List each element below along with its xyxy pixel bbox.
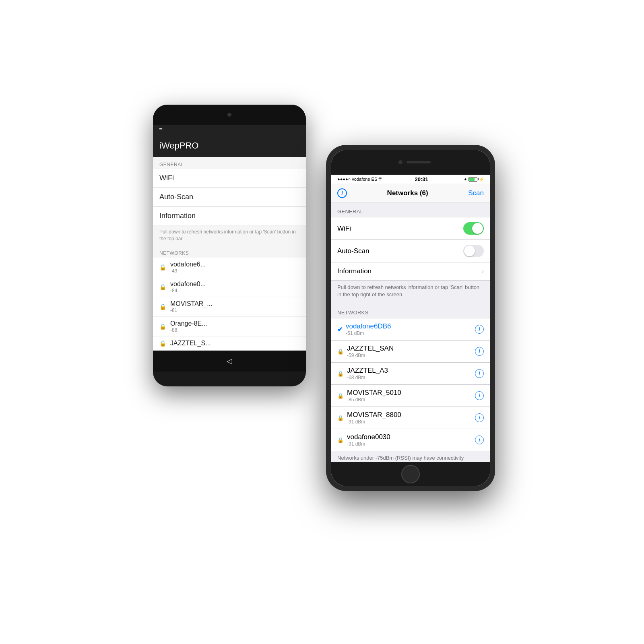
ios-network-row-0[interactable]: ✔ vodafone6DB6 -51 dBm i	[331, 318, 490, 341]
ios-carrier: ●●●●○ vodafone ES 〒	[337, 176, 383, 182]
ios-network-details-5: vodafone0030 -91 dBm	[347, 433, 475, 447]
ios-network-info-btn-1[interactable]: i	[475, 347, 484, 356]
android-network-item-3[interactable]: 🔒 MOVISTAR_... -81	[153, 297, 306, 317]
android-wifi-label: WiFi	[159, 174, 174, 182]
ios-network-row-5[interactable]: 🔒 vodafone0030 -91 dBm i	[331, 429, 490, 451]
ios-lock-icon-5: 🔒	[337, 437, 344, 443]
android-hint: Pull down to refresh networks informatio…	[153, 225, 306, 246]
ios-wifi-label: WiFi	[337, 225, 351, 233]
ios-network-signal-3: -85 dBm	[347, 397, 475, 402]
android-app-title: iWepPRO	[159, 140, 198, 151]
ios-network-details-0: vodafone6DB6 -51 dBm	[346, 322, 475, 336]
ios-network-row-2[interactable]: 🔒 JAZZTEL_A3 -68 dBm i	[331, 363, 490, 385]
android-information-item[interactable]: Information	[153, 207, 306, 225]
ios-network-row-3[interactable]: 🔒 MOVISTAR_5010 -85 dBm i	[331, 385, 490, 407]
ios-arrow-icon: ↑	[460, 177, 462, 182]
ios-phone: ●●●●○ vodafone ES 〒 20:31 ↑ ✦ ⚡ i Networ…	[326, 145, 495, 491]
ios-time: 20:31	[415, 176, 428, 182]
ios-autoscan-row[interactable]: Auto-Scan	[331, 240, 490, 262]
ios-network-row-1[interactable]: 🔒 JAZZTEL_SAN -59 dBm i	[331, 341, 490, 363]
ios-footer-note: Networks under -75dBm (RSSI) may have co…	[331, 451, 490, 462]
android-status-bar: ☰	[153, 125, 306, 134]
ios-network-signal-4: -91 dBm	[347, 419, 475, 425]
android-network-name-2: vodafone0...	[170, 281, 206, 288]
android-network-signal-2: -84	[170, 288, 206, 293]
android-autoscan-item[interactable]: Auto-Scan	[153, 188, 306, 206]
ios-network-info-btn-5[interactable]: i	[475, 436, 484, 444]
ios-general-header: GENERAL	[331, 203, 490, 217]
ios-information-row[interactable]: Information ›	[331, 262, 490, 280]
ios-status-left: ●●●●○ vodafone ES 〒	[337, 176, 383, 182]
ios-network-name-3: MOVISTAR_5010	[347, 389, 475, 397]
ios-info-button[interactable]: i	[337, 188, 347, 198]
android-status-icon: ☰	[158, 127, 163, 132]
ios-connected-checkmark: ✔	[337, 326, 343, 333]
ios-wifi-toggle[interactable]	[463, 222, 484, 235]
ios-wifi-row[interactable]: WiFi	[331, 217, 490, 240]
android-information-label: Information	[159, 212, 196, 220]
ios-home-button[interactable]	[401, 465, 420, 483]
android-title-bar: iWepPRO	[153, 134, 306, 157]
android-phone: ☰ iWepPRO GENERAL WiFi Auto-Scan Informa…	[153, 105, 306, 386]
android-network-item-5[interactable]: 🔒 JAZZTEL_S...	[153, 336, 306, 351]
android-back-button[interactable]: ◁	[223, 355, 235, 367]
ios-charging-icon: ⚡	[479, 177, 484, 182]
android-network-item-1[interactable]: 🔒 vodafone6... -49	[153, 258, 306, 277]
android-network-name-1: vodafone6...	[170, 261, 206, 268]
android-network-name-5: JAZZTEL_S...	[170, 340, 211, 347]
ios-battery-fill	[469, 178, 475, 181]
ios-network-signal-2: -68 dBm	[347, 375, 475, 380]
ios-autoscan-label: Auto-Scan	[337, 247, 369, 255]
ios-lock-icon-2: 🔒	[337, 371, 344, 377]
android-lock-icon-5: 🔒	[159, 340, 166, 347]
android-network-name-4: Orange-8E...	[170, 320, 207, 327]
android-content: GENERAL WiFi Auto-Scan Information Pull …	[153, 157, 306, 351]
ios-networks-header: NETWORKS	[331, 304, 490, 318]
ios-bluetooth-icon: ✦	[464, 177, 467, 182]
ios-nav-bar: i Networks (6) Scan	[331, 184, 490, 203]
ios-network-name-1: JAZZTEL_SAN	[347, 345, 475, 353]
ios-network-info-btn-2[interactable]: i	[475, 369, 484, 378]
ios-network-info-btn-0[interactable]: i	[475, 325, 484, 334]
ios-lock-icon-3: 🔒	[337, 393, 344, 399]
ios-network-name-2: JAZZTEL_A3	[347, 367, 475, 375]
ios-speaker	[407, 161, 431, 163]
ios-network-signal-1: -59 dBm	[347, 353, 475, 358]
ios-home-area	[331, 462, 490, 486]
ios-network-info-btn-4[interactable]: i	[475, 413, 484, 422]
ios-hint-text: Pull down to refresh networks informatio…	[331, 281, 490, 304]
ios-status-bar: ●●●●○ vodafone ES 〒 20:31 ↑ ✦ ⚡	[331, 175, 490, 184]
android-network-item-2[interactable]: 🔒 vodafone0... -84	[153, 277, 306, 297]
ios-network-name-4: MOVISTAR_8800	[347, 411, 475, 419]
ios-lock-icon-4: 🔒	[337, 415, 344, 421]
ios-network-details-2: JAZZTEL_A3 -68 dBm	[347, 367, 475, 380]
android-networks-section: NETWORKS	[153, 246, 306, 258]
android-network-item-4[interactable]: 🔒 Orange-8E... -88	[153, 317, 306, 336]
ios-chevron-icon: ›	[482, 268, 484, 275]
android-wifi-item[interactable]: WiFi	[153, 169, 306, 188]
ios-body: GENERAL WiFi Auto-Scan Information	[331, 203, 490, 462]
android-camera-area	[153, 105, 306, 125]
ios-status-right: ↑ ✦ ⚡	[460, 177, 484, 182]
ios-front-camera	[398, 160, 402, 164]
android-autoscan-label: Auto-Scan	[159, 193, 193, 201]
ios-network-details-3: MOVISTAR_5010 -85 dBm	[347, 389, 475, 402]
android-network-signal-3: -81	[170, 308, 213, 313]
android-network-signal-1: -49	[170, 268, 206, 274]
ios-network-details-1: JAZZTEL_SAN -59 dBm	[347, 345, 475, 358]
android-camera-icon	[227, 113, 231, 117]
ios-network-name-0: vodafone6DB6	[346, 322, 475, 330]
android-network-name-3: MOVISTAR_...	[170, 300, 213, 308]
ios-autoscan-toggle[interactable]	[463, 245, 484, 257]
android-lock-icon-3: 🔒	[159, 303, 166, 310]
ios-network-row-4[interactable]: 🔒 MOVISTAR_8800 -91 dBm i	[331, 407, 490, 429]
android-lock-icon-2: 🔒	[159, 284, 166, 290]
android-network-signal-4: -88	[170, 327, 207, 333]
ios-network-signal-5: -91 dBm	[347, 441, 475, 447]
ios-scan-button[interactable]: Scan	[468, 189, 484, 197]
android-general-section: GENERAL	[153, 157, 306, 169]
ios-settings-group: WiFi Auto-Scan Information ›	[331, 217, 490, 281]
ios-network-info-btn-3[interactable]: i	[475, 391, 484, 400]
ios-lock-icon-1: 🔒	[337, 349, 344, 355]
android-nav-bar: ◁	[153, 351, 306, 372]
